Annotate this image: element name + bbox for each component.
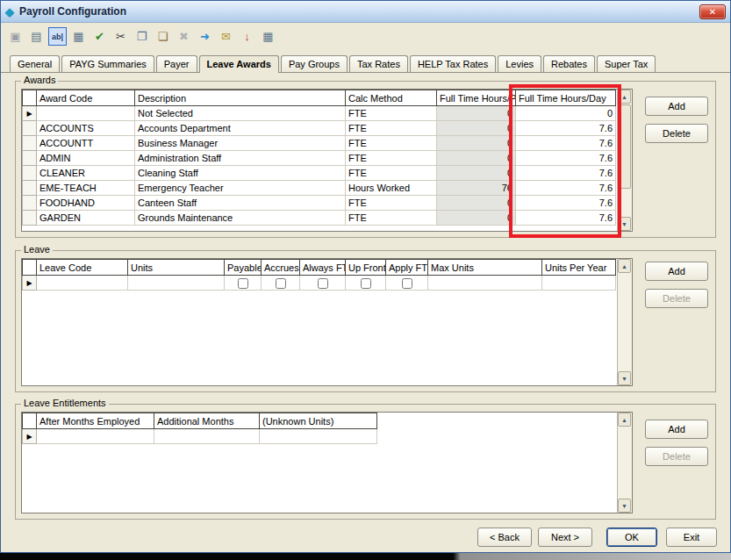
print-icon[interactable]: ▤: [27, 27, 46, 46]
save-icon[interactable]: ▣: [6, 27, 25, 46]
description-cell[interactable]: Administration Staff: [135, 151, 346, 166]
calc-method-cell[interactable]: FTE: [346, 136, 437, 151]
entitlements-scrollbar[interactable]: ▲ ▼: [617, 413, 632, 513]
description-cell[interactable]: Grounds Maintenance: [135, 211, 346, 226]
ft-hours-day-cell[interactable]: 7.6: [516, 211, 616, 226]
scroll-thumb[interactable]: [618, 104, 631, 189]
text-field-icon[interactable]: ab|: [48, 27, 67, 46]
ft-hours-day-cell[interactable]: 7.6: [516, 181, 616, 196]
apply-fte-checkbox[interactable]: [402, 278, 412, 289]
ft-hours-day-cell[interactable]: 7.6: [516, 136, 616, 151]
ft-hours-pay-cell[interactable]: 0: [437, 196, 516, 211]
scroll-down-icon[interactable]: ▼: [618, 499, 631, 513]
award-code-cell[interactable]: EME-TEACH: [37, 181, 135, 196]
ft-hours-day-cell[interactable]: 0: [516, 106, 616, 121]
calc-method-cell[interactable]: FTE: [346, 106, 437, 121]
unknown-units-cell[interactable]: [260, 429, 377, 444]
payroll-configuration-window: ◆ Payroll Configuration ✕ ▣ ▤ ab| ▦ ✔ ✂ …: [0, 0, 731, 553]
calc-method-cell[interactable]: FTE: [346, 211, 437, 226]
description-cell[interactable]: Not Selected: [135, 106, 346, 121]
award-row: CLEANER Cleaning Staff FTE 0 7.6: [23, 166, 616, 181]
tab-general[interactable]: General: [10, 55, 60, 72]
import-icon[interactable]: ↓: [238, 27, 256, 46]
award-code-cell[interactable]: [37, 106, 135, 121]
entitlements-add-button[interactable]: Add: [645, 420, 708, 439]
units-cell[interactable]: [128, 276, 225, 291]
scroll-up-icon[interactable]: ▲: [618, 259, 631, 273]
payable-checkbox[interactable]: [238, 278, 248, 289]
entitlements-delete-button[interactable]: Delete: [645, 447, 708, 466]
ft-hours-pay-cell[interactable]: 0: [437, 166, 516, 181]
ft-hours-day-cell[interactable]: 7.6: [516, 151, 616, 166]
next-button[interactable]: Next >: [538, 528, 592, 547]
calc-method-cell[interactable]: FTE: [346, 121, 437, 136]
calc-method-cell[interactable]: FTE: [346, 151, 437, 166]
paste-icon[interactable]: ❏: [154, 27, 172, 46]
description-cell[interactable]: Canteen Staff: [135, 196, 346, 211]
awards-add-button[interactable]: Add: [645, 97, 708, 116]
scroll-up-icon[interactable]: ▲: [618, 413, 631, 427]
scroll-down-icon[interactable]: ▼: [618, 217, 631, 231]
tab-tax-rates[interactable]: Tax Rates: [349, 55, 408, 72]
ft-hours-day-cell[interactable]: 7.6: [516, 166, 616, 181]
ft-hours-day-cell[interactable]: 7.6: [516, 121, 616, 136]
export-icon[interactable]: ✉: [217, 27, 235, 46]
spell-check-icon[interactable]: ✔: [90, 27, 109, 46]
description-cell[interactable]: Cleaning Staff: [135, 166, 346, 181]
ok-button[interactable]: OK: [606, 528, 657, 547]
back-button[interactable]: < Back: [477, 528, 532, 547]
close-button[interactable]: ✕: [699, 4, 726, 19]
cut-icon[interactable]: ✂: [111, 27, 130, 46]
award-code-cell[interactable]: ACCOUNTS: [37, 121, 135, 136]
up-front-checkbox[interactable]: [361, 278, 371, 289]
description-cell[interactable]: Emergency Teacher: [135, 181, 346, 196]
accrues-checkbox[interactable]: [276, 278, 286, 289]
award-code-cell[interactable]: GARDEN: [37, 211, 135, 226]
ft-hours-pay-cell[interactable]: 0: [437, 151, 516, 166]
process-icon[interactable]: ➜: [196, 27, 214, 46]
ft-hours-pay-cell[interactable]: 0: [437, 106, 516, 121]
ft-hours-pay-cell[interactable]: 0: [437, 136, 516, 151]
copy-icon[interactable]: ❐: [133, 27, 151, 46]
description-cell[interactable]: Accounts Department: [135, 121, 346, 136]
additional-months-cell[interactable]: [154, 429, 260, 444]
ft-hours-day-cell[interactable]: 7.6: [516, 196, 616, 211]
award-code-cell[interactable]: ADMIN: [37, 151, 135, 166]
calc-method-cell[interactable]: FTE: [346, 196, 437, 211]
scroll-up-icon[interactable]: ▲: [618, 90, 631, 104]
exit-button[interactable]: Exit: [666, 528, 717, 547]
table-icon[interactable]: ▦: [69, 27, 88, 46]
title-bar[interactable]: ◆ Payroll Configuration ✕: [1, 1, 730, 23]
tab-help-tax-rates[interactable]: HELP Tax Rates: [410, 55, 496, 72]
units-per-year-cell[interactable]: [542, 276, 616, 291]
tab-payg-summaries[interactable]: PAYG Summaries: [61, 55, 154, 72]
row-header-corner: [23, 90, 37, 106]
ft-hours-pay-cell[interactable]: 0: [437, 211, 516, 226]
tab-payer[interactable]: Payer: [156, 55, 197, 72]
awards-delete-button[interactable]: Delete: [645, 124, 708, 143]
select-cells-icon[interactable]: ▦: [259, 27, 277, 46]
ft-hours-pay-cell[interactable]: 0: [437, 121, 516, 136]
delete-icon[interactable]: ✖: [175, 27, 193, 46]
leave-scrollbar[interactable]: ▲ ▼: [617, 259, 632, 385]
award-code-cell[interactable]: ACCOUNTT: [37, 136, 135, 151]
leave-add-button[interactable]: Add: [645, 262, 708, 281]
tab-rebates[interactable]: Rebates: [543, 55, 595, 72]
always-fte-checkbox[interactable]: [318, 278, 328, 289]
calc-method-cell[interactable]: FTE: [346, 166, 437, 181]
calc-method-cell[interactable]: Hours Worked: [346, 181, 437, 196]
award-code-cell[interactable]: FOODHAND: [37, 196, 135, 211]
award-code-cell[interactable]: CLEANER: [37, 166, 135, 181]
ft-hours-pay-cell[interactable]: 76: [437, 181, 516, 196]
tab-pay-groups[interactable]: Pay Groups: [281, 55, 348, 72]
description-cell[interactable]: Business Manager: [135, 136, 346, 151]
scroll-down-icon[interactable]: ▼: [618, 371, 631, 385]
tab-levies[interactable]: Levies: [498, 55, 541, 72]
leave-code-cell[interactable]: [37, 276, 128, 291]
max-units-cell[interactable]: [428, 276, 542, 291]
awards-scrollbar[interactable]: ▲ ▼: [617, 90, 632, 231]
tab-leave-awards[interactable]: Leave Awards: [199, 55, 279, 73]
tab-super-tax[interactable]: Super Tax: [597, 55, 656, 72]
leave-delete-button[interactable]: Delete: [645, 289, 708, 308]
after-months-cell[interactable]: [37, 429, 154, 444]
